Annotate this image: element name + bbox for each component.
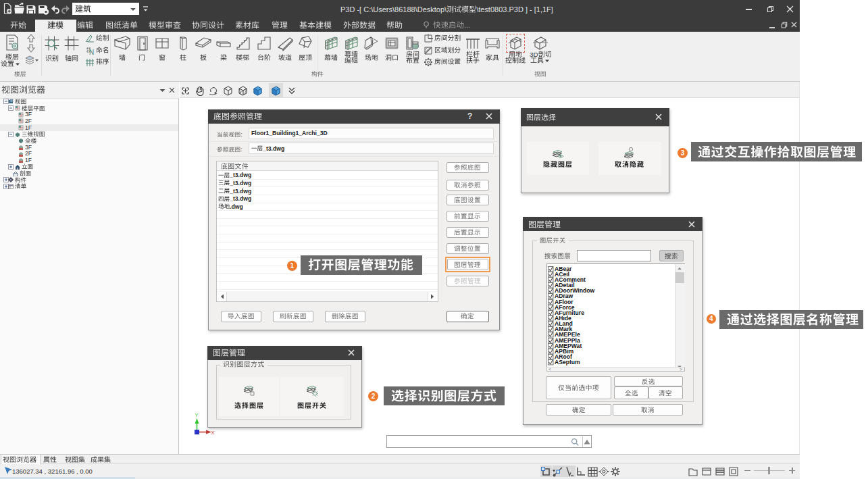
- svg-text:X: X: [211, 430, 215, 436]
- svg-text:N: N: [89, 49, 94, 55]
- svg-text::: :: [241, 147, 242, 153]
- svg-text:Y: Y: [195, 412, 199, 418]
- svg-text::: :: [241, 132, 242, 138]
